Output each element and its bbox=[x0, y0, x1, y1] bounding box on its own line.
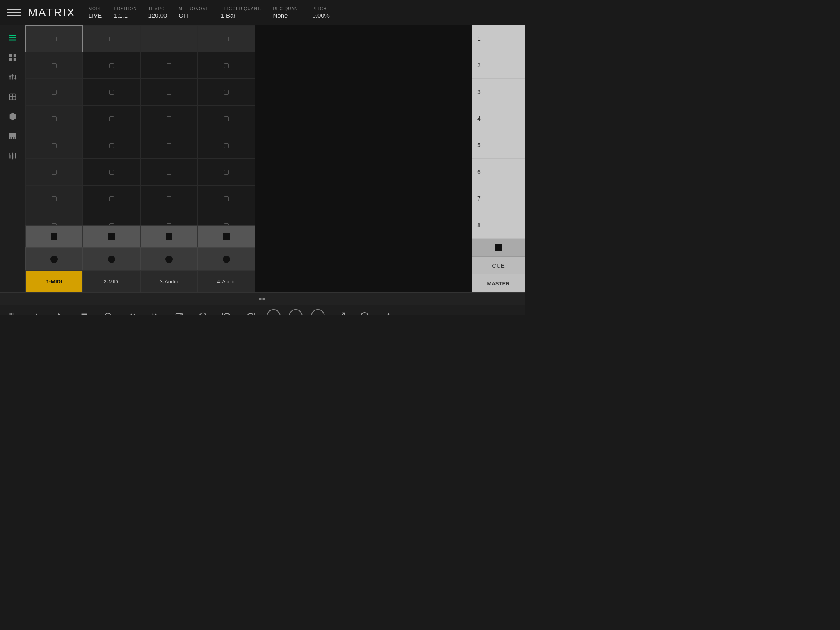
menu-button[interactable] bbox=[7, 5, 21, 20]
scene-1[interactable]: 1 bbox=[472, 25, 525, 52]
clip-cell-r4-c3[interactable] bbox=[198, 132, 255, 159]
undo-button[interactable] bbox=[219, 308, 235, 315]
clip-row-1 bbox=[25, 52, 255, 79]
clip-cell-r4-c1[interactable] bbox=[83, 132, 140, 159]
scene-8[interactable]: 8 bbox=[472, 212, 525, 239]
sidebar-icon-hex[interactable] bbox=[4, 107, 22, 126]
track-arm-4[interactable] bbox=[198, 248, 255, 270]
stop-button[interactable] bbox=[76, 308, 92, 315]
clip-empty-indicator bbox=[109, 116, 114, 121]
up-arrow-button[interactable] bbox=[29, 308, 44, 315]
clip-cell-r6-c3[interactable] bbox=[198, 185, 255, 212]
clip-cell-r1-c1[interactable] bbox=[83, 52, 140, 79]
clip-empty-indicator bbox=[52, 63, 57, 68]
clip-empty-indicator bbox=[52, 196, 57, 201]
track-stop-1[interactable] bbox=[25, 225, 83, 248]
clip-cell-r0-c1[interactable] bbox=[83, 25, 140, 52]
record2-button[interactable]: R bbox=[289, 309, 303, 315]
clip-cell-r7-c2[interactable] bbox=[140, 212, 198, 225]
clip-cell-r2-c0[interactable] bbox=[25, 79, 83, 105]
scene-6[interactable]: 6 bbox=[472, 159, 525, 185]
track-stop-3[interactable] bbox=[140, 225, 198, 248]
clip-cell-r7-c0[interactable] bbox=[25, 212, 83, 225]
clip-cell-r6-c0[interactable] bbox=[25, 185, 83, 212]
stop-square-icon bbox=[223, 233, 230, 240]
clip-cell-r2-c2[interactable] bbox=[140, 79, 198, 105]
redo-button[interactable] bbox=[243, 308, 258, 315]
sidebar-icon-list[interactable] bbox=[4, 29, 22, 47]
sidebar-icon-grid[interactable] bbox=[4, 48, 22, 66]
rec-quant-param: REC QUANT None bbox=[273, 7, 301, 19]
fastforward-button[interactable] bbox=[148, 308, 163, 315]
loop2-button[interactable] bbox=[195, 308, 211, 315]
clip-cell-r6-c2[interactable] bbox=[140, 185, 198, 212]
info-button[interactable] bbox=[357, 308, 372, 315]
clip-cell-r5-c2[interactable] bbox=[140, 159, 198, 185]
up-arrow2-button[interactable] bbox=[381, 308, 396, 315]
sidebar-icon-waveform[interactable] bbox=[4, 147, 22, 165]
sidebar-icon-piano[interactable] bbox=[4, 127, 22, 145]
main-content: 1-MIDI 2-MIDI 3-Audio 4-Audio 12345678 C… bbox=[0, 25, 525, 292]
track-stop-4[interactable] bbox=[198, 225, 255, 248]
clip-cell-r0-c2[interactable] bbox=[140, 25, 198, 52]
track-name-3[interactable]: 3-Audio bbox=[140, 270, 198, 293]
arm-circle-icon bbox=[165, 256, 173, 263]
track-stop-2[interactable] bbox=[83, 225, 140, 248]
track-arm-1[interactable] bbox=[25, 248, 83, 270]
clip-cell-r0-c3[interactable] bbox=[198, 25, 255, 52]
svg-marker-32 bbox=[34, 314, 40, 315]
track-arm-3[interactable] bbox=[140, 248, 198, 270]
clip-cell-r1-c0[interactable] bbox=[25, 52, 83, 79]
fullscreen-button[interactable] bbox=[333, 308, 349, 315]
master-stop-button[interactable] bbox=[472, 239, 525, 257]
track-name-4[interactable]: 4-Audio bbox=[198, 270, 255, 293]
x-button[interactable]: X bbox=[311, 309, 325, 315]
scene-2[interactable]: 2 bbox=[472, 52, 525, 79]
clip-empty-indicator bbox=[167, 143, 171, 148]
clip-cell-r7-c1[interactable] bbox=[83, 212, 140, 225]
clip-cell-r2-c1[interactable] bbox=[83, 79, 140, 105]
scene-3[interactable]: 3 bbox=[472, 79, 525, 105]
sidebar-icon-plugin[interactable] bbox=[4, 88, 22, 106]
scene-4[interactable]: 4 bbox=[472, 105, 525, 132]
track-name-2[interactable]: 2-MIDI bbox=[83, 270, 140, 293]
play-button[interactable] bbox=[52, 308, 68, 315]
scene-5[interactable]: 5 bbox=[472, 132, 525, 159]
sidebar-icon-mixer[interactable] bbox=[4, 68, 22, 86]
loop-button[interactable] bbox=[171, 308, 187, 315]
track-arm-2[interactable] bbox=[83, 248, 140, 270]
master-button[interactable]: MASTER bbox=[472, 274, 525, 292]
pitch-param: PITCH 0.00% bbox=[312, 7, 330, 19]
clip-cell-r3-c1[interactable] bbox=[83, 105, 140, 132]
clip-cell-r1-c2[interactable] bbox=[140, 52, 198, 79]
header: MATRIX MODE LIVE POSITION 1.1.1 TEMPO 12… bbox=[0, 0, 525, 25]
metro-button[interactable]: M bbox=[267, 309, 281, 315]
transport-lines-button[interactable] bbox=[5, 308, 21, 315]
clip-cell-r5-c1[interactable] bbox=[83, 159, 140, 185]
clip-cell-r5-c3[interactable] bbox=[198, 159, 255, 185]
track-name-1[interactable]: 1-MIDI bbox=[25, 270, 83, 293]
scene-7[interactable]: 7 bbox=[472, 185, 525, 212]
record-button[interactable] bbox=[100, 308, 116, 315]
svg-rect-27 bbox=[13, 154, 14, 158]
clip-cell-r4-c0[interactable] bbox=[25, 132, 83, 159]
svg-marker-36 bbox=[129, 314, 132, 315]
clip-cell-r3-c3[interactable] bbox=[198, 105, 255, 132]
clip-empty-indicator bbox=[224, 196, 229, 201]
clip-empty-indicator bbox=[167, 116, 171, 121]
clip-cell-r3-c0[interactable] bbox=[25, 105, 83, 132]
clip-cell-r7-c3[interactable] bbox=[198, 212, 255, 225]
clip-cell-r6-c1[interactable] bbox=[83, 185, 140, 212]
clip-cell-r1-c3[interactable] bbox=[198, 52, 255, 79]
rewind-button[interactable] bbox=[124, 308, 139, 315]
svg-rect-34 bbox=[82, 314, 87, 315]
clip-cell-r0-c0[interactable] bbox=[25, 25, 83, 52]
svg-rect-30 bbox=[11, 313, 12, 315]
clip-cell-r4-c2[interactable] bbox=[140, 132, 198, 159]
clip-cell-r2-c3[interactable] bbox=[198, 79, 255, 105]
clip-cell-r5-c0[interactable] bbox=[25, 159, 83, 185]
separator-icon: == bbox=[259, 296, 266, 302]
track-stop-row bbox=[25, 225, 255, 247]
cue-button[interactable]: CUE bbox=[472, 257, 525, 275]
clip-cell-r3-c2[interactable] bbox=[140, 105, 198, 132]
